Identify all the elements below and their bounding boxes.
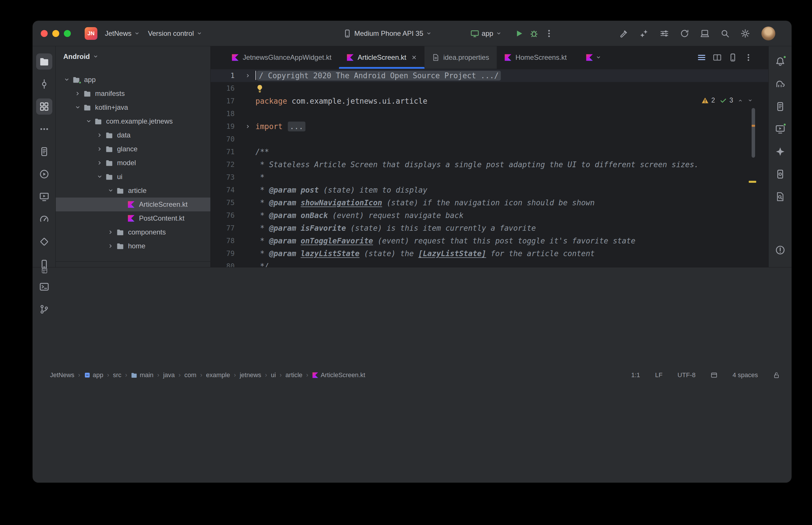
debug-button[interactable] [528, 27, 541, 40]
editor-scrollbar[interactable] [752, 108, 755, 158]
device-selector[interactable]: Medium Phone API 35 [340, 26, 435, 41]
run-button[interactable] [513, 27, 525, 40]
code-line-73[interactable]: 73 * [211, 171, 768, 184]
settings-icon[interactable] [739, 27, 752, 40]
project-item-articlescreen-kt[interactable]: ArticleScreen.kt [56, 197, 210, 211]
breadcrumb-src[interactable]: src [113, 371, 121, 379]
project-item-components[interactable]: components [56, 225, 210, 239]
project-item-article[interactable]: article [56, 184, 210, 197]
search-everywhere-icon[interactable] [719, 27, 732, 40]
running-devices-icon[interactable] [772, 121, 788, 137]
project-item-home[interactable]: home [56, 239, 210, 253]
code-line-77[interactable]: 77 * @param isFavorite (state) is this i… [211, 222, 768, 235]
tab-articlescreen-kt[interactable]: ArticleScreen.kt [339, 46, 425, 69]
logcat-icon[interactable] [36, 144, 52, 160]
project-panel-header[interactable]: Android [56, 46, 210, 67]
intention-bulb-icon[interactable] [255, 84, 264, 93]
project-item-ui[interactable]: ui [56, 170, 210, 184]
project-item-kotlin-java[interactable]: kotlin+java [56, 101, 210, 114]
build-icon[interactable] [618, 27, 630, 40]
line-separator[interactable]: LF [655, 371, 663, 379]
code-line-70[interactable]: 70 [211, 133, 768, 146]
tab-list-icon[interactable] [697, 53, 706, 62]
sliders-icon[interactable] [658, 27, 671, 40]
code-line-80[interactable]: 80 */ [211, 260, 768, 267]
project-item-postcontent-kt[interactable]: PostContent.kt [56, 211, 210, 225]
hidden-tabs-dropdown[interactable] [586, 46, 601, 69]
previous-issue-icon[interactable] [738, 98, 743, 103]
running-devices-icon[interactable] [36, 189, 52, 205]
tab-idea-properties[interactable]: idea.properties [425, 46, 497, 69]
notifications-icon[interactable] [772, 54, 788, 70]
fold-arrow-icon[interactable] [245, 69, 251, 82]
warnings-count[interactable]: 2 [701, 96, 715, 104]
code-line-19[interactable]: 19import ... [211, 120, 768, 133]
readonly-lock-icon[interactable] [773, 372, 780, 379]
app-insights-icon[interactable] [772, 189, 788, 205]
tab-homescreens-kt[interactable]: HomeScreens.kt [497, 46, 574, 69]
code-line-74[interactable]: 74 * @param post (state) item to display [211, 184, 768, 196]
zoom-window-button[interactable] [64, 30, 71, 37]
breadcrumb-jetnews[interactable]: jetnews [239, 371, 261, 379]
breadcrumb-app[interactable]: app [84, 371, 103, 379]
profiler-icon[interactable] [36, 211, 52, 227]
problems-icon[interactable] [772, 242, 788, 258]
code-line-72[interactable]: 72 * Stateless Article Screen that displ… [211, 158, 768, 171]
breadcrumb-article[interactable]: article [285, 371, 302, 379]
editor-panel-icon[interactable] [711, 372, 718, 379]
breadcrumb-ui[interactable]: ui [271, 371, 276, 379]
version-control-icon[interactable] [36, 301, 52, 317]
terminal-icon[interactable] [36, 279, 52, 295]
fold-arrow-icon[interactable] [245, 120, 251, 133]
code-editor[interactable]: 1/ Copyright 2020 The Android Open Sourc… [211, 69, 768, 267]
project-item-manifests[interactable]: manifests [56, 87, 210, 101]
gradle-icon[interactable] [772, 76, 788, 92]
device-explorer-icon[interactable] [772, 99, 788, 115]
passed-count[interactable]: 3 [720, 96, 733, 104]
tab-jetnewsglanceappwidget-kt[interactable]: JetnewsGlanceAppWidget.kt [224, 46, 339, 69]
inspections-widget[interactable]: 2 3 [701, 96, 753, 104]
next-issue-icon[interactable] [748, 98, 753, 103]
project-item-model[interactable]: model [56, 156, 210, 170]
device-manager-icon[interactable] [36, 256, 52, 272]
close-tab-icon[interactable] [411, 55, 417, 60]
avatar[interactable] [762, 27, 775, 41]
project-item-app[interactable]: app [56, 73, 210, 87]
gemini-icon[interactable] [772, 144, 788, 160]
run-configuration-selector[interactable]: app [467, 26, 505, 41]
indent-setting[interactable]: 4 spaces [733, 371, 758, 379]
project-icon[interactable] [36, 54, 52, 70]
structure-icon[interactable] [36, 99, 52, 115]
sync-project-icon[interactable] [678, 27, 691, 40]
breadcrumb-main[interactable]: main [131, 371, 153, 379]
device-mirror-icon[interactable] [698, 27, 711, 40]
project-item-data[interactable]: data [56, 128, 210, 142]
breadcrumb-jetnews[interactable]: JetNews [41, 267, 74, 482]
commit-icon[interactable] [36, 76, 52, 92]
close-window-button[interactable] [41, 30, 48, 37]
device-preview-icon[interactable] [728, 53, 737, 62]
code-line-78[interactable]: 78 * @param onToggleFavorite (event) req… [211, 235, 768, 247]
code-line-18[interactable]: 18 [211, 107, 768, 120]
project-widget[interactable]: JetNews [101, 27, 143, 41]
code-line-79[interactable]: 79 * @param lazyListState (state) the [L… [211, 247, 768, 260]
vcs-widget[interactable]: Version control [145, 27, 206, 41]
more-options-icon[interactable] [744, 53, 753, 62]
breadcrumb-articlescreen-kt[interactable]: ArticleScreen.kt [312, 371, 365, 379]
device-manager-icon[interactable] [772, 166, 788, 182]
code-line-76[interactable]: 76 * @param onBack (event) request navig… [211, 209, 768, 222]
more-run-actions-icon[interactable] [543, 27, 556, 40]
breadcrumb-com[interactable]: com [184, 371, 196, 379]
encoding[interactable]: UTF-8 [678, 371, 696, 379]
app-quality-insights-icon[interactable] [36, 234, 52, 250]
code-line-75[interactable]: 75 * @param showNavigationIcon (state) i… [211, 196, 768, 209]
caret-position[interactable]: 1:1 [631, 371, 640, 379]
ai-assistant-icon[interactable] [638, 27, 650, 40]
code-line-71[interactable]: 71/** [211, 146, 768, 158]
code-line-1[interactable]: 1/ Copyright 2020 The Android Open Sourc… [211, 69, 768, 82]
more-tool-windows-icon[interactable] [36, 121, 52, 137]
minimize-window-button[interactable] [52, 30, 59, 37]
breadcrumb-java[interactable]: java [163, 371, 175, 379]
project-item-glance[interactable]: glance [56, 142, 210, 156]
split-editor-icon[interactable] [713, 53, 722, 62]
